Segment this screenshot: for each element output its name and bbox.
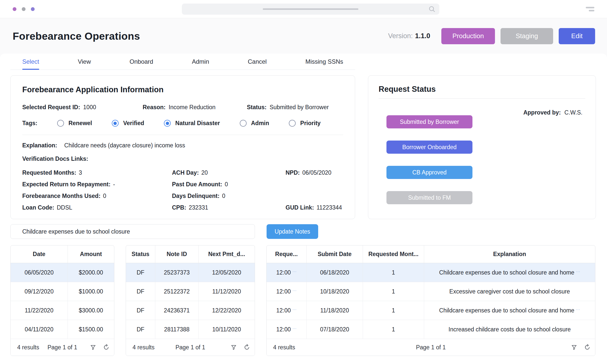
tag-admin[interactable]: Admin [240, 120, 269, 127]
results-count: 4 results [17, 344, 39, 351]
page-indicator: Page 1 of 1 [176, 344, 205, 351]
table-row[interactable]: DF 25237373 12/05/2020 [126, 263, 255, 282]
window-dot-2[interactable] [22, 7, 26, 11]
filter-icon[interactable] [230, 344, 237, 351]
truncated-ellipsis: … [292, 268, 297, 273]
truncated-ellipsis: … [292, 306, 297, 311]
table-header-row: Date Amount [11, 245, 114, 263]
refresh-icon[interactable] [103, 344, 110, 351]
window-dot-1[interactable] [13, 7, 16, 11]
tags-label: Tags: [22, 120, 37, 127]
application-stats: Requested Months:3 ACH Day:20 NPD:06/05/… [22, 167, 343, 213]
tab-missing-ssns[interactable]: Missing SSNs [305, 54, 343, 70]
radio-verified[interactable] [112, 120, 119, 127]
status-step-borrower-onboarded[interactable]: Borrower Onboarded [386, 141, 472, 154]
production-button[interactable]: Production [441, 28, 495, 44]
column-header-date[interactable]: Date [11, 245, 68, 263]
staging-button[interactable]: Staging [501, 28, 553, 44]
empty-cell [286, 190, 343, 202]
forebearance-months-used: Forebearance Months Used:0 [22, 190, 172, 202]
tab-bar: Select View Onboard Admin Cancel Missing… [10, 54, 355, 70]
page-indicator: Page 1 of 1 [48, 344, 77, 351]
table-row[interactable]: 09/12/2020 $1000.00 [11, 282, 114, 301]
table-footer: 4 results Page 1 of 1 [126, 339, 255, 356]
tab-select[interactable]: Select [22, 54, 39, 70]
notes-input[interactable] [10, 224, 255, 239]
application-summary-row: Selected Request ID:1000 Reason:Income R… [22, 104, 343, 111]
card-divider [22, 135, 343, 135]
gud-link: GUD Link:11223344 [286, 202, 343, 213]
requests-table: Reque... Submit Date Requested Mont... E… [266, 245, 595, 356]
status-step-submitted-by-borrower[interactable]: Submitted by Borrower [386, 115, 472, 128]
page-indicator: Page 1 of 1 [416, 344, 446, 351]
window-menu-icon[interactable] [586, 7, 594, 11]
refresh-icon[interactable] [244, 344, 250, 351]
notes-row: Update Notes [10, 224, 318, 239]
app-window: Forebearance Operations Version:1.1.0 Pr… [0, 0, 607, 364]
version-label: Version: [388, 32, 413, 40]
version: Version:1.1.0 [388, 32, 430, 40]
request-status-card: Request Status Approved by:C.W.S. Submit… [368, 75, 596, 219]
tag-priority[interactable]: Priority [289, 120, 321, 127]
table-row[interactable]: 12:00… 10/18/2020 1 Excessive caregiver … [267, 282, 595, 301]
card-divider [379, 98, 585, 99]
edit-button[interactable]: Edit [559, 28, 595, 44]
table-row[interactable]: DF 25122372 11/12/2020 [126, 282, 255, 301]
table-row[interactable]: 06/05/2020 $2000.00 [11, 263, 114, 282]
status-step-submitted-to-fm[interactable]: Submitted to FM [386, 191, 472, 204]
page-title: Forebearance Operations [13, 30, 140, 42]
application-card-title: Forebearance Application Information [22, 85, 343, 94]
status-step-cb-approved[interactable]: CB Approved [386, 166, 472, 179]
radio-natural-disaster[interactable] [164, 120, 171, 127]
results-count: 4 results [273, 344, 295, 351]
forebearance-application-card: Forebearance Application Information Sel… [10, 75, 355, 219]
table-row[interactable]: DF 24236371 12/22/2020 [126, 301, 255, 320]
column-header-explanation[interactable]: Explanation [424, 245, 595, 263]
requested-months: Requested Months:3 [22, 167, 172, 178]
filter-icon[interactable] [90, 344, 96, 351]
past-due-amount: Past Due Amount:0 [172, 178, 286, 190]
radio-renewel[interactable] [57, 120, 64, 127]
column-header-submit-date[interactable]: Submit Date [307, 245, 363, 263]
results-count: 4 results [133, 344, 155, 351]
tags-row: Tags: Renewel Verified Natural Disaster [22, 120, 343, 127]
window-dot-3[interactable] [31, 7, 35, 11]
filter-icon[interactable] [571, 344, 577, 351]
table-row[interactable]: 11/22/2020 $3000.00 [11, 301, 114, 320]
npd: NPD:06/05/2020 [286, 167, 343, 178]
column-header-requested-months[interactable]: Requested Mont... [363, 245, 424, 263]
refresh-icon[interactable] [584, 344, 591, 351]
request-status-title: Request Status [379, 85, 585, 94]
approved-by: Approved by:C.W.S. [523, 109, 582, 116]
tab-admin[interactable]: Admin [192, 54, 209, 70]
column-header-status[interactable]: Status [126, 245, 155, 263]
table-footer: 4 results Page 1 of 1 [11, 339, 114, 356]
status: Status:Submitted by Borrower [247, 104, 343, 111]
table-row[interactable]: 12:00… 06/18/2020 1 Childcare expenses d… [267, 263, 595, 282]
tab-onboard[interactable]: Onboard [129, 54, 153, 70]
table-row[interactable]: DF 28117388 10/11/2020 [126, 320, 255, 339]
status-steps: Submitted by Borrower Borrower Onboarded… [386, 115, 472, 204]
table-row[interactable]: 12:00… 07/18/2020 1 Increased childcare … [267, 320, 595, 339]
column-header-next-pmt[interactable]: Next Pmt_d... [199, 245, 255, 263]
table-header-row: Status Note ID Next Pmt_d... [126, 245, 255, 263]
tables-row: Date Amount 06/05/2020 $2000.00 09/12/20… [10, 245, 595, 356]
verification-docs-links: Verification Docs Links: [22, 155, 343, 162]
column-header-amount[interactable]: Amount [68, 245, 114, 263]
table-row[interactable]: 12:00… 11/18/2020 1 Childcare expenses d… [267, 301, 595, 320]
truncated-ellipsis: … [292, 325, 297, 330]
tab-cancel[interactable]: Cancel [248, 54, 267, 70]
column-header-request[interactable]: Reque... [267, 245, 307, 263]
tag-natural-disaster[interactable]: Natural Disaster [164, 120, 220, 127]
payments-table: Date Amount 06/05/2020 $2000.00 09/12/20… [10, 245, 114, 356]
days-delinquent: Days Delinquent:0 [172, 190, 286, 202]
tab-view[interactable]: View [78, 54, 91, 70]
column-header-note-id[interactable]: Note ID [155, 245, 199, 263]
tag-renewel[interactable]: Renewel [57, 120, 92, 127]
tag-verified[interactable]: Verified [112, 120, 144, 127]
table-row[interactable]: 04/11/2020 $1500.00 [11, 320, 114, 339]
radio-priority[interactable] [289, 120, 296, 127]
radio-admin[interactable] [240, 120, 247, 127]
update-notes-button[interactable]: Update Notes [267, 224, 318, 239]
search-input[interactable] [182, 4, 439, 15]
